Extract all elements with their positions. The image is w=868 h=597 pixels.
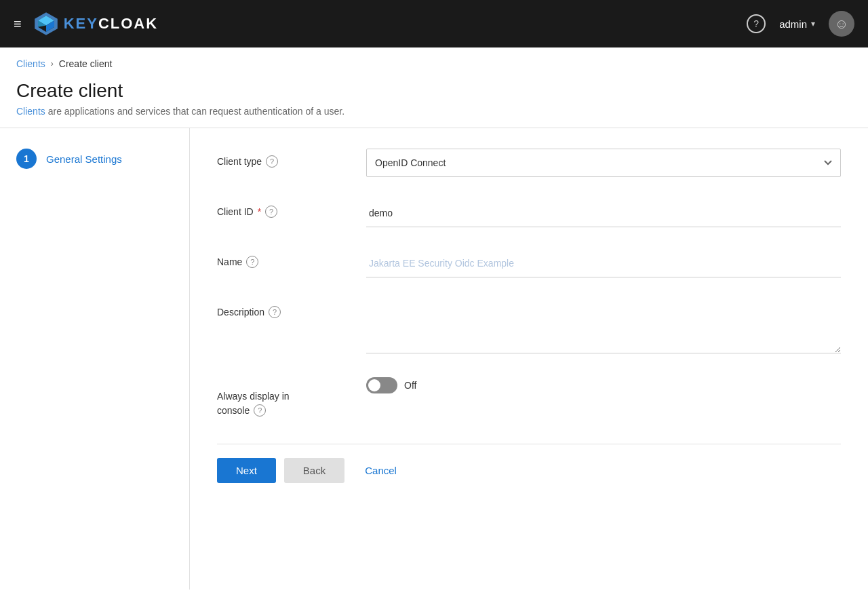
breadcrumb-separator-icon: › (51, 59, 54, 69)
content-layout: 1 General Settings Client type ? OpenID … (0, 128, 868, 590)
client-type-select[interactable]: OpenID Connect SAML (366, 149, 841, 177)
always-display-label-line2: console (217, 405, 250, 416)
header-left: ≡ KEYCLOAK (14, 10, 158, 37)
description-label: Description (217, 307, 264, 317)
step-general-settings[interactable]: 1 General Settings (16, 149, 173, 169)
client-type-label: Client type (217, 156, 262, 167)
name-input[interactable] (366, 249, 841, 277)
always-display-help-icon[interactable]: ? (254, 404, 266, 417)
page-title: Create client (16, 80, 852, 102)
name-help-icon[interactable]: ? (246, 256, 258, 268)
name-label-col: Name ? (217, 249, 366, 268)
steps-sidebar: 1 General Settings (0, 128, 190, 590)
always-display-label-col: Always display in console ? (217, 377, 366, 417)
always-display-label-line1: Always display in (217, 391, 290, 402)
page-title-section: Create client Clients are applications a… (0, 80, 868, 128)
always-display-toggle-row: Off (366, 377, 841, 393)
clients-link-subtitle[interactable]: Clients (16, 106, 45, 117)
buttons-row: Next Back Cancel (217, 444, 841, 483)
next-button[interactable]: Next (217, 458, 276, 483)
breadcrumb-current: Create client (59, 58, 113, 69)
description-textarea[interactable] (366, 299, 841, 353)
always-display-toggle[interactable] (366, 377, 397, 393)
client-id-row: Client ID * ? (217, 199, 841, 227)
client-id-label-col: Client ID * ? (217, 199, 366, 218)
keycloak-logo-icon (33, 10, 60, 37)
step-number-1: 1 (16, 149, 37, 169)
hamburger-menu-icon[interactable]: ≡ (14, 16, 22, 32)
client-type-row: Client type ? OpenID Connect SAML (217, 149, 841, 177)
toggle-thumb (368, 379, 380, 391)
logo-text: KEYCLOAK (64, 15, 158, 33)
step-label-general-settings: General Settings (46, 153, 122, 165)
chevron-down-icon: ▾ (811, 19, 815, 28)
client-type-input-col: OpenID Connect SAML (366, 149, 841, 177)
name-input-col (366, 249, 841, 277)
page-subtitle: Clients are applications and services th… (16, 106, 852, 117)
back-button[interactable]: Back (284, 458, 344, 483)
user-avatar-icon: ☺ (835, 16, 848, 32)
description-input-col (366, 299, 841, 355)
name-row: Name ? (217, 249, 841, 277)
client-id-required-star: * (258, 206, 261, 217)
always-display-row: Always display in console ? Off (217, 377, 841, 417)
help-icon[interactable]: ? (747, 14, 766, 33)
description-label-col: Description ? (217, 299, 366, 318)
description-help-icon[interactable]: ? (269, 306, 281, 318)
avatar[interactable]: ☺ (829, 11, 854, 37)
cancel-button[interactable]: Cancel (353, 458, 409, 483)
admin-dropdown[interactable]: admin ▾ (779, 18, 815, 30)
always-display-input-col: Off (366, 377, 841, 393)
description-row: Description ? (217, 299, 841, 355)
admin-label: admin (779, 18, 807, 30)
always-display-label-multiline: Always display in console ? (217, 384, 290, 417)
client-id-help-icon[interactable]: ? (265, 206, 277, 218)
breadcrumb: Clients › Create client (0, 47, 868, 80)
breadcrumb-clients-link[interactable]: Clients (16, 58, 45, 69)
client-id-label: Client ID (217, 206, 254, 217)
header-right: ? admin ▾ ☺ (747, 11, 854, 37)
name-label: Name (217, 256, 242, 267)
logo: KEYCLOAK (33, 10, 158, 37)
client-id-input-col (366, 199, 841, 227)
client-id-input[interactable] (366, 199, 841, 227)
form-area: Client type ? OpenID Connect SAML Client… (190, 128, 868, 590)
toggle-track (366, 377, 397, 393)
client-type-help-icon[interactable]: ? (266, 155, 278, 168)
header: ≡ KEYCLOAK ? admin ▾ ☺ (0, 0, 868, 47)
client-type-label-col: Client type ? (217, 149, 366, 168)
toggle-off-label: Off (404, 380, 416, 391)
subtitle-text: are applications and services that can r… (48, 106, 344, 117)
